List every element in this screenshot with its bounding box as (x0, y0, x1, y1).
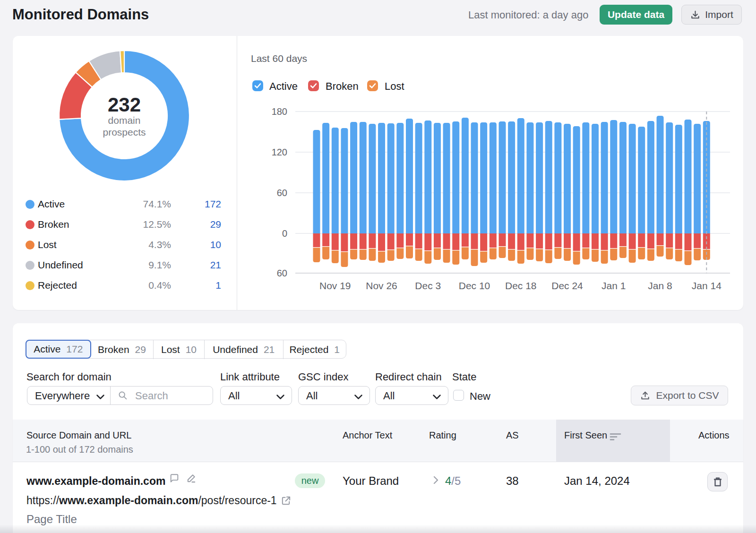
svg-text:0: 0 (282, 228, 287, 239)
svg-text:232: 232 (108, 94, 141, 116)
svg-text:Nov 26: Nov 26 (366, 280, 397, 291)
svg-text:Dec 10: Dec 10 (459, 280, 490, 291)
svg-text:Jan 8: Jan 8 (648, 280, 672, 291)
svg-text:domain: domain (108, 115, 141, 126)
svg-text:Dec 3: Dec 3 (415, 280, 441, 291)
svg-text:60: 60 (277, 268, 287, 278)
svg-text:Jan 14: Jan 14 (692, 280, 722, 291)
svg-text:60: 60 (277, 188, 287, 198)
svg-text:Nov 19: Nov 19 (319, 280, 351, 291)
svg-text:prospects: prospects (103, 127, 146, 138)
svg-text:Dec 24: Dec 24 (551, 280, 583, 291)
svg-text:120: 120 (272, 147, 287, 157)
svg-text:180: 180 (272, 106, 287, 117)
svg-text:Jan 1: Jan 1 (601, 280, 626, 291)
svg-text:Dec 18: Dec 18 (505, 280, 537, 291)
